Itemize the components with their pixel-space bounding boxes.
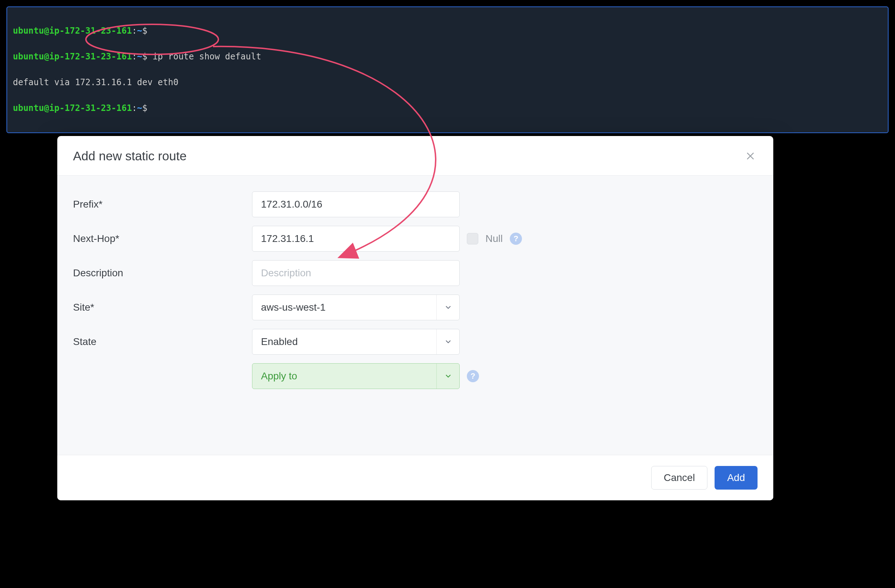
apply-to-select[interactable]: Apply to xyxy=(252,363,460,389)
terminal-prompt-path: ~ xyxy=(137,26,142,36)
terminal-prompt-path: ~ xyxy=(137,103,142,113)
add-button[interactable]: Add xyxy=(714,466,757,489)
chevron-down-icon xyxy=(436,329,459,354)
close-icon xyxy=(745,151,755,161)
help-icon[interactable]: ? xyxy=(467,370,479,382)
field-row-prefix: Prefix* xyxy=(73,191,757,217)
field-row-apply-to: Apply to ? xyxy=(73,363,757,389)
prefix-input-field[interactable] xyxy=(261,199,451,210)
field-label: State xyxy=(73,336,252,347)
null-label: Null xyxy=(485,233,503,244)
modal-body: Prefix* Next-Hop* Null ? Description xyxy=(57,176,773,455)
chevron-down-icon xyxy=(436,295,459,320)
help-icon[interactable]: ? xyxy=(510,233,522,245)
description-input-field[interactable] xyxy=(261,267,451,279)
terminal-prompt-user: ubuntu@ip-172-31-23-161 xyxy=(13,26,132,36)
close-button[interactable] xyxy=(743,149,757,163)
null-checkbox[interactable] xyxy=(467,233,478,244)
field-label: Next-Hop* xyxy=(73,233,252,244)
terminal-line: ubuntu@ip-172-31-23-161:~$ xyxy=(13,102,882,115)
site-select[interactable]: aws-us-west-1 xyxy=(252,294,460,320)
field-row-state: State Enabled xyxy=(73,329,757,355)
modal-title: Add new static route xyxy=(73,149,187,163)
terminal-window: ubuntu@ip-172-31-23-161:~$ ubuntu@ip-172… xyxy=(6,6,889,133)
field-label: Prefix* xyxy=(73,199,252,210)
field-label: Site* xyxy=(73,302,252,313)
next-hop-input-field[interactable] xyxy=(261,233,451,244)
field-row-description: Description xyxy=(73,260,757,286)
state-select[interactable]: Enabled xyxy=(252,329,460,355)
terminal-command: ip route show default xyxy=(153,52,261,62)
terminal-line: ubuntu@ip-172-31-23-161:~$ xyxy=(13,24,882,37)
select-value: aws-us-west-1 xyxy=(261,302,436,313)
chevron-down-icon xyxy=(436,364,459,389)
select-value: Apply to xyxy=(261,370,436,382)
modal-header: Add new static route xyxy=(57,136,773,176)
terminal-output: default via 172.31.16.1 dev eth0 xyxy=(13,76,882,89)
next-hop-input[interactable] xyxy=(252,226,460,252)
terminal-line: ubuntu@ip-172-31-23-161:~$ ip route show… xyxy=(13,50,882,63)
terminal-prompt-user: ubuntu@ip-172-31-23-161 xyxy=(13,103,132,113)
select-value: Enabled xyxy=(261,336,436,347)
add-static-route-modal: Add new static route Prefix* Next-Hop* N… xyxy=(57,136,773,500)
terminal-prompt-path: ~ xyxy=(137,52,142,62)
modal-footer: Cancel Add xyxy=(57,455,773,500)
cancel-button[interactable]: Cancel xyxy=(651,466,707,489)
description-input[interactable] xyxy=(252,260,460,286)
prefix-input[interactable] xyxy=(252,191,460,217)
field-row-next-hop: Next-Hop* Null ? xyxy=(73,226,757,252)
terminal-prompt-user: ubuntu@ip-172-31-23-161 xyxy=(13,52,132,62)
field-row-site: Site* aws-us-west-1 xyxy=(73,294,757,320)
field-label: Description xyxy=(73,267,252,279)
